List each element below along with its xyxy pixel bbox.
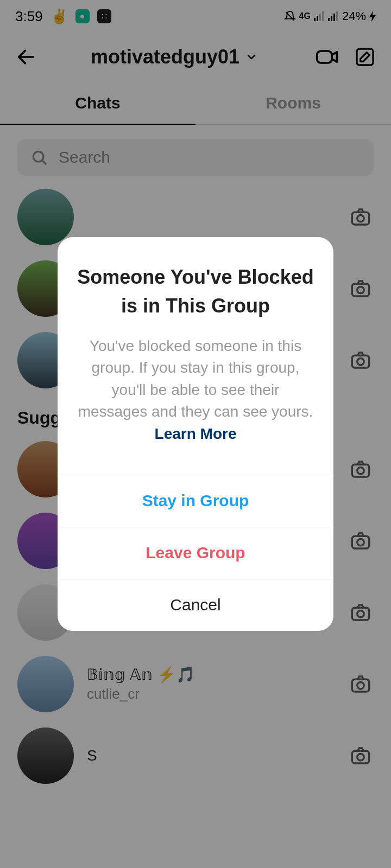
dialog-body-text: You've blocked someone in this group. If… — [78, 337, 313, 420]
blocked-user-dialog: Someone You've Blocked is in This Group … — [58, 237, 333, 630]
dialog-text: You've blocked someone in this group. If… — [77, 335, 314, 445]
leave-group-button[interactable]: Leave Group — [58, 527, 333, 579]
cancel-button[interactable]: Cancel — [58, 579, 333, 631]
learn-more-link[interactable]: Learn More — [155, 425, 237, 442]
modal-overlay[interactable]: Someone You've Blocked is in This Group … — [0, 0, 391, 868]
stay-in-group-button[interactable]: Stay in Group — [58, 475, 333, 527]
dialog-title: Someone You've Blocked is in This Group — [77, 263, 314, 320]
dialog-body: Someone You've Blocked is in This Group … — [58, 237, 333, 474]
